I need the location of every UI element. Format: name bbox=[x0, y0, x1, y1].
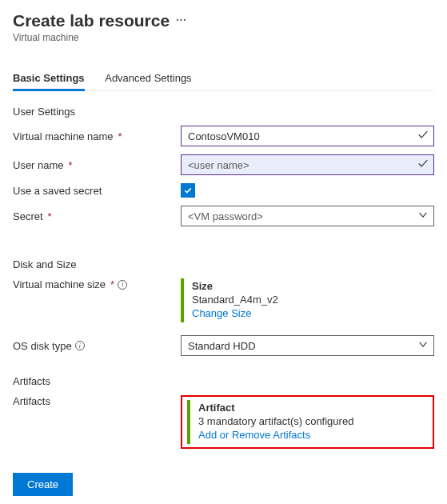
artifact-card: Artifact 3 mandatory artifact(s) configu… bbox=[187, 400, 428, 444]
change-size-link[interactable]: Change Size bbox=[192, 307, 426, 319]
section-artifacts: Artifacts bbox=[13, 375, 434, 387]
os-disk-type-select[interactable]: Standard HDD bbox=[181, 335, 434, 356]
create-button[interactable]: Create bbox=[13, 473, 73, 496]
page-title: Create lab resource··· bbox=[13, 11, 434, 30]
label-user-name: User name* bbox=[13, 159, 181, 171]
more-icon[interactable]: ··· bbox=[176, 14, 186, 26]
tab-basic-settings[interactable]: Basic Settings bbox=[13, 67, 85, 90]
label-artifacts: Artifacts bbox=[13, 395, 181, 407]
size-card-title: Size bbox=[192, 280, 426, 292]
secret-select[interactable]: <VM password> bbox=[181, 206, 434, 226]
artifact-highlight: Artifact 3 mandatory artifact(s) configu… bbox=[181, 395, 434, 449]
user-name-input[interactable]: <user name> bbox=[181, 154, 434, 175]
artifact-card-title: Artifact bbox=[198, 402, 420, 414]
check-icon bbox=[417, 158, 429, 172]
chevron-down-icon bbox=[417, 210, 429, 223]
label-use-saved-secret: Use a saved secret bbox=[13, 185, 181, 197]
section-user-settings: User Settings bbox=[13, 106, 434, 118]
chevron-down-icon bbox=[417, 339, 429, 353]
label-vm-size: Virtual machine size* i bbox=[13, 278, 181, 290]
tabs: Basic Settings Advanced Settings bbox=[13, 67, 434, 91]
section-disk-and-size: Disk and Size bbox=[13, 258, 434, 270]
label-secret: Secret* bbox=[13, 210, 181, 222]
page-subtitle: Virtual machine bbox=[13, 32, 434, 43]
tab-advanced-settings[interactable]: Advanced Settings bbox=[105, 67, 191, 90]
info-icon[interactable]: i bbox=[118, 280, 127, 290]
use-saved-secret-checkbox[interactable] bbox=[181, 183, 195, 198]
add-remove-artifacts-link[interactable]: Add or Remove Artifacts bbox=[198, 429, 420, 441]
vm-size-card: Size Standard_A4m_v2 Change Size bbox=[181, 278, 434, 322]
vm-name-input[interactable]: ContosoVM010 bbox=[181, 126, 434, 146]
label-os-disk-type: OS disk type i bbox=[13, 340, 181, 352]
artifact-card-line: 3 mandatory artifact(s) configured bbox=[198, 415, 420, 427]
check-icon bbox=[417, 130, 429, 143]
info-icon[interactable]: i bbox=[75, 341, 85, 350]
size-card-value: Standard_A4m_v2 bbox=[192, 294, 426, 306]
label-vm-name: Virtual machine name* bbox=[13, 130, 181, 142]
